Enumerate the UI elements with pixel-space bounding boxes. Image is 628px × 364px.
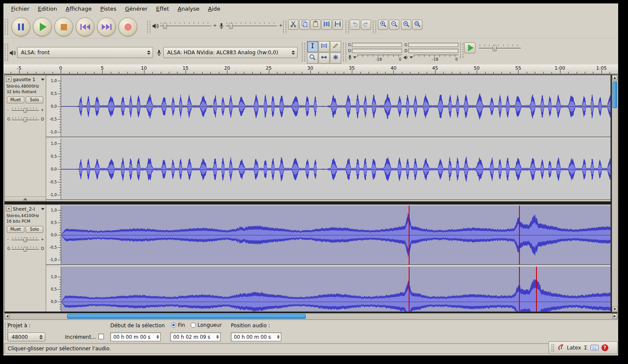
toolbar-grip[interactable] [373,21,376,33]
toolbar-grip[interactable] [147,21,150,33]
meter-speaker-menu[interactable] [404,55,414,60]
pan-slider[interactable]: GD [6,116,45,123]
gain-slider[interactable]: -+ [6,236,45,243]
waveform-canvas[interactable] [61,205,610,264]
vertical-ruler[interactable]: 1,00,50,0-0,5-1,0 [46,205,61,265]
mute-button[interactable]: Muet [7,226,24,233]
slider-thumb[interactable] [163,23,167,29]
track-close-button[interactable]: × [6,206,12,211]
selection-end-field[interactable]: 00 h 02 m 09 s [170,332,221,341]
radio-selection-length[interactable]: Longueur [191,322,222,328]
zoom-in-button[interactable] [378,20,388,30]
input-volume-slider[interactable] [226,22,277,29]
radio-selection-end[interactable]: Fin [171,322,185,328]
menu-item-2[interactable]: Edition [34,4,62,13]
gain-slider-control[interactable] [12,107,39,114]
vertical-scrollbar[interactable]: ▲ ▼ [612,75,618,312]
pan-slider[interactable]: GD [6,246,45,252]
slider-thumb[interactable] [24,108,27,113]
vertical-ruler[interactable]: 1,00,50,0-0,5-1,0 [46,139,61,200]
menu-item-3[interactable]: Affichage [61,4,96,13]
multi-tool-button[interactable] [330,53,341,64]
envelope-tool-button[interactable] [318,41,330,52]
keyboard-icon[interactable] [590,344,599,352]
zoom-tool-button[interactable] [307,53,318,64]
vertical-scroll-thumb[interactable] [613,82,617,108]
playback-meter[interactable]: G D -18 0 [404,42,458,65]
cut-button[interactable] [288,20,298,30]
playback-speed-slider[interactable] [479,44,521,52]
gain-slider[interactable]: -+ [6,107,45,114]
pan-slider-control[interactable] [12,246,39,252]
vertical-ruler[interactable]: 1,00,50,0 [46,267,61,312]
paste-button[interactable] [310,20,321,30]
undo-button[interactable] [350,20,360,30]
menu-item-8[interactable]: Aide [204,4,225,13]
track-collapse-button[interactable] [5,197,46,201]
toolbar-grip[interactable] [5,44,8,61]
toolbar-grip[interactable] [343,43,346,62]
draw-tool-button[interactable] [330,41,341,52]
slider-thumb[interactable] [24,117,27,122]
scroll-left-arrow[interactable]: ◀ [5,314,10,319]
solo-button[interactable]: Solo [26,97,43,103]
slider-thumb[interactable] [24,247,27,252]
horizontal-scrollbar[interactable]: ◀ ▶ [4,313,618,320]
snap-to-checkbox[interactable] [98,334,104,339]
solo-button[interactable]: Solo [26,226,43,233]
menu-item-6[interactable]: Effet [152,4,173,13]
ime-symbol-label[interactable]: Σ [584,345,587,351]
record-button[interactable] [118,18,137,36]
fit-selection-button[interactable] [401,20,411,30]
input-device-select[interactable]: ALSA: HDA NVidia: ALC883 Analog (hw:0,0) [163,47,298,58]
play-button[interactable] [33,18,52,36]
project-rate-select[interactable]: 48000 [8,332,45,341]
copy-button[interactable] [299,20,310,30]
spinner-icon[interactable] [277,335,280,339]
slider-thumb[interactable] [229,23,233,29]
waveform-canvas[interactable] [61,139,610,200]
play-at-speed-button[interactable] [464,42,475,53]
ime-mode-label[interactable]: Latex [567,345,581,351]
help-icon[interactable]: ? [601,344,608,351]
timeline-ruler[interactable]: -505101520253035404550551:001:05 [3,65,618,74]
waveform-canvas[interactable] [61,76,610,137]
menu-item-4[interactable]: Pistes [96,4,121,13]
recording-meter[interactable]: G D -18 0 [347,42,402,65]
toolbar-grip[interactable] [5,19,8,35]
silence-selection-button[interactable] [333,20,343,30]
output-volume-slider[interactable] [160,22,211,29]
tray-drag-handle[interactable] [551,344,554,352]
pan-slider-control[interactable] [12,116,39,123]
track-title-menu[interactable]: Sheet_2-I [13,206,44,212]
mute-button[interactable]: Muet [7,97,24,103]
horizontal-scroll-thumb[interactable] [67,314,306,319]
slider-thumb[interactable] [24,238,27,242]
menu-item-7[interactable]: Analyse [173,4,203,13]
meter-microphone-menu[interactable] [347,55,357,60]
toolbar-grip[interactable] [302,43,305,62]
scroll-up-arrow[interactable]: ▲ [612,75,617,80]
track-close-button[interactable]: × [6,76,12,82]
skip-to-end-button[interactable] [97,18,116,36]
selection-tool-button[interactable] [307,41,318,52]
timeshift-tool-button[interactable] [318,53,330,64]
slider-thumb[interactable] [493,45,497,51]
scroll-right-arrow[interactable]: ▶ [612,314,617,319]
spinner-icon[interactable] [156,335,159,339]
zoom-out-button[interactable] [389,20,399,30]
selection-start-field[interactable]: 00 h 00 m 00 s [110,332,161,341]
track-title-menu[interactable]: gavotte 1 [13,76,44,82]
toolbar-grip[interactable] [345,21,349,33]
audio-position-field[interactable]: 00 h 00 m 00 s [231,332,281,341]
menu-item-1[interactable]: Fichier [7,4,34,13]
ime-logo-icon[interactable] [557,343,564,352]
toolbar-grip[interactable] [460,43,463,58]
fit-project-button[interactable] [412,20,422,30]
toolbar-grip[interactable] [283,21,286,33]
waveform-canvas[interactable] [61,267,610,311]
spinner-icon[interactable] [216,335,219,339]
vertical-ruler[interactable]: 1,00,50,0-0,5-1,0 [46,76,61,137]
scroll-down-arrow[interactable]: ▼ [612,307,617,312]
redo-button[interactable] [361,20,371,30]
